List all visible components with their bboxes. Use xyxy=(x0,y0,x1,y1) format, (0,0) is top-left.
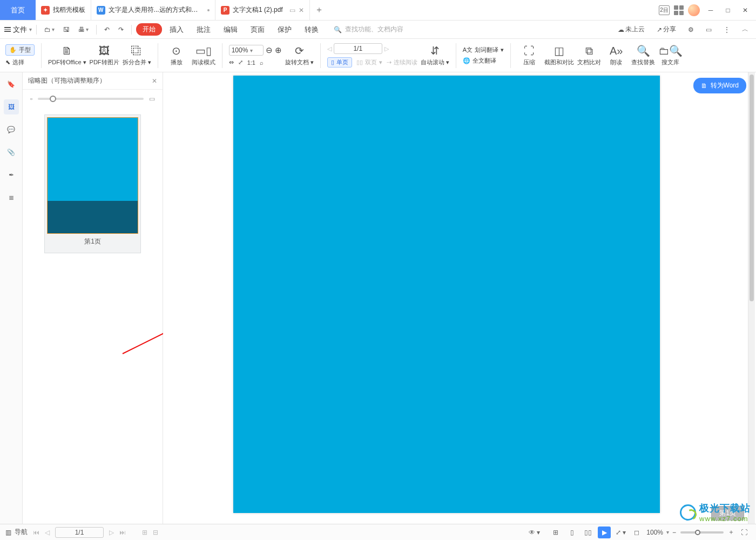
actual-icon[interactable]: ◻ xyxy=(630,526,643,538)
tab-close-icon[interactable]: ✕ xyxy=(299,6,304,14)
next-page-icon[interactable]: ▷ xyxy=(109,529,114,536)
screenshot-compare[interactable]: ◫截图和对比 xyxy=(544,44,574,66)
nav-toggle[interactable]: ▥ 导航 xyxy=(5,528,28,537)
hand-tool[interactable]: ✋ 手型 xyxy=(5,44,35,56)
collapse-ribbon-icon[interactable]: ︿ xyxy=(739,23,752,36)
word-translate[interactable]: A文 划词翻译 ▾ xyxy=(463,46,504,54)
thumbnails-icon[interactable]: 🖼 xyxy=(4,99,19,114)
cloud-status[interactable]: ☁ 未上云 xyxy=(615,23,648,36)
menu-protect[interactable]: 保护 xyxy=(272,23,297,37)
vertical-scrollbar[interactable] xyxy=(748,72,755,524)
zoom-out-btn[interactable]: − xyxy=(672,529,676,536)
last-page-icon[interactable]: ⏭ xyxy=(119,529,126,536)
doc-tab-wps[interactable]: W 文字是人类用符...远的方式和工具 xyxy=(91,0,215,20)
layers-icon[interactable]: ≣ xyxy=(4,190,19,205)
tab-menu-icon[interactable]: ▭ xyxy=(289,6,295,14)
thumbnail-panel: 缩略图（可拖动调整顺序） ✕ ▫ ▭ 第1页 xyxy=(23,72,163,524)
file-menu[interactable]: 文件 ▾ xyxy=(4,25,32,35)
menu-start[interactable]: 开始 xyxy=(136,23,162,36)
view-thumbs-icon[interactable]: ⊞ xyxy=(549,526,562,538)
compress[interactable]: ⛶压缩 xyxy=(517,45,541,66)
window-minimize-button[interactable]: ─ xyxy=(704,4,717,17)
home-tab[interactable]: 首页 xyxy=(0,0,36,20)
select-tool[interactable]: ⬉ 选择 xyxy=(5,58,35,66)
settings-icon[interactable]: ⚙ xyxy=(685,24,697,36)
fullscreen-icon[interactable]: ⛶ xyxy=(738,526,751,538)
thumb-large-icon[interactable]: ▭ xyxy=(149,95,155,103)
actual-size-icon[interactable]: 1:1 xyxy=(247,59,255,66)
prev-page-icon[interactable]: ◁ xyxy=(45,529,50,536)
menu-insert[interactable]: 插入 xyxy=(164,23,189,37)
document-viewport[interactable]: 🗎 转为Word 第1页 xyxy=(163,72,756,524)
share-button[interactable]: ↗ 分享 xyxy=(653,23,679,36)
fit-width-icon[interactable]: ⇔ xyxy=(229,59,234,66)
comments-icon[interactable]: 💬 xyxy=(4,122,19,137)
doc-tab-label: 找稻壳模板 xyxy=(53,5,85,15)
menu-annotate[interactable]: 批注 xyxy=(191,23,216,37)
avatar[interactable] xyxy=(688,4,700,16)
more-icon[interactable]: ⋮ xyxy=(720,24,733,36)
page-remove-icon[interactable]: ⊟ xyxy=(153,529,158,536)
file-compare[interactable]: ⧉文档比对 xyxy=(577,45,601,66)
auto-scroll[interactable]: ⇵自动滚动 ▾ xyxy=(421,44,449,66)
single-page-mode[interactable]: ▯ 单页 xyxy=(327,57,352,68)
window-close-button[interactable]: ✕ xyxy=(739,4,752,17)
eye-care-icon[interactable]: 👁 ▾ xyxy=(528,526,541,538)
view-single-icon[interactable]: ▯ xyxy=(565,526,578,538)
thumbnail-size-slider[interactable] xyxy=(38,98,144,100)
thumbnail-page-1[interactable]: 第1页 xyxy=(44,114,141,253)
search-library[interactable]: 🗀🔍搜文库 xyxy=(658,44,683,66)
first-page-icon[interactable]: ⏮ xyxy=(33,529,39,536)
split-merge[interactable]: ⿻拆分合并 ▾ xyxy=(123,45,151,66)
window-maximize-button[interactable]: □ xyxy=(721,4,734,17)
fit-icon[interactable]: ⤢ ▾ xyxy=(614,526,627,538)
view-present-icon[interactable]: ▶ xyxy=(598,526,611,538)
doc-tab-label: 文字是人类用符...远的方式和工具 xyxy=(109,5,202,15)
page-add-icon[interactable]: ⊞ xyxy=(142,529,147,536)
zoom-in-icon[interactable]: ⊕ xyxy=(275,45,282,55)
find-replace[interactable]: 🔍查找替换 xyxy=(631,44,655,66)
thumb-small-icon[interactable]: ▫ xyxy=(30,95,32,103)
menu-page[interactable]: 页面 xyxy=(245,23,270,37)
fit-page-icon[interactable]: ⤢ xyxy=(238,59,243,66)
status-page-input[interactable]: 1/1 xyxy=(55,527,104,538)
marquee-zoom-icon[interactable]: ⌕ xyxy=(260,59,264,66)
doc-tab-pdf[interactable]: P 文字文稿1 (2).pdf ▭ ✕ xyxy=(215,0,310,20)
read-aloud[interactable]: A»朗读 xyxy=(604,45,628,66)
rotate-doc[interactable]: ⟳旋转文档 ▾ xyxy=(285,44,314,66)
print-button[interactable]: 🖶 ▾ xyxy=(75,24,92,36)
menu-edit[interactable]: 编辑 xyxy=(218,23,243,37)
convert-to-word-button[interactable]: 🗎 转为Word xyxy=(693,78,746,93)
reading-mode-badge[interactable]: 2目 xyxy=(659,5,670,15)
view-double-icon[interactable]: ▯▯ xyxy=(582,526,595,538)
signatures-icon[interactable]: ✒ xyxy=(4,167,19,183)
save-button[interactable]: 🖫 xyxy=(60,24,73,36)
read-mode[interactable]: ▭▯阅读模式 xyxy=(192,44,215,66)
double-page-mode[interactable]: ▯▯ 双页 ▾ xyxy=(356,58,382,66)
search-commands[interactable]: 🔍 查找功能、文档内容 xyxy=(334,25,403,34)
new-tab-button[interactable]: ＋ xyxy=(310,0,328,20)
undo-button[interactable]: ↶ xyxy=(101,24,113,36)
full-translate[interactable]: 🌐 全文翻译 xyxy=(463,57,504,65)
continuous-mode[interactable]: ⇢ 连续阅读 xyxy=(387,58,417,66)
zoom-in-btn[interactable]: ＋ xyxy=(728,528,734,537)
page-next-icon[interactable]: ▷ xyxy=(384,45,389,52)
thumbnail-label: 第1页 xyxy=(47,234,138,251)
open-button[interactable]: 🗀 ▾ xyxy=(41,24,58,36)
panel-close-icon[interactable]: ✕ xyxy=(152,77,157,85)
attachments-icon[interactable]: 📎 xyxy=(4,145,19,160)
page-prev-icon[interactable]: ◁ xyxy=(327,45,332,52)
pdf-to-office[interactable]: 🗎PDF转Office ▾ xyxy=(48,45,86,66)
apps-grid-icon[interactable] xyxy=(674,5,684,15)
redo-button[interactable]: ↷ xyxy=(115,24,127,36)
pdf-to-image[interactable]: 🖼PDF转图片 xyxy=(90,45,119,66)
doc-tab-templates[interactable]: ✦ 找稻壳模板 xyxy=(36,0,91,20)
zoom-select[interactable]: 100%▾ xyxy=(229,45,264,56)
play-button[interactable]: ⊙播放 xyxy=(165,44,188,66)
page-input[interactable]: 1/1 xyxy=(334,43,382,54)
menu-convert[interactable]: 转换 xyxy=(299,23,324,37)
zoom-slider[interactable] xyxy=(680,531,724,534)
feature-icon[interactable]: ▭ xyxy=(703,24,715,36)
bookmark-icon[interactable]: 🔖 xyxy=(4,77,19,92)
zoom-out-icon[interactable]: ⊖ xyxy=(266,45,273,55)
